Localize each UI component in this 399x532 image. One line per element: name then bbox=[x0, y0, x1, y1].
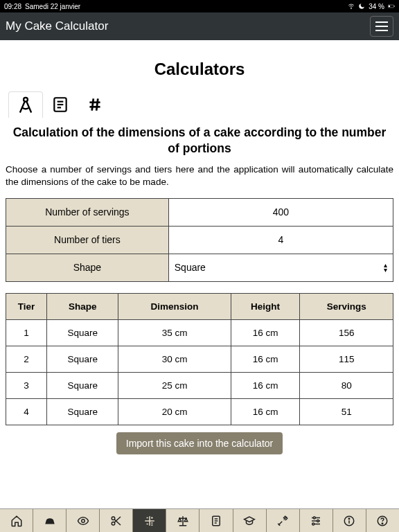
col-tier: Tier bbox=[6, 293, 47, 319]
status-date: Samedi 22 janvier bbox=[25, 3, 80, 10]
eye-icon bbox=[77, 515, 89, 527]
nav-scale[interactable] bbox=[166, 509, 200, 532]
tools-icon bbox=[276, 515, 289, 527]
col-shape: Shape bbox=[47, 293, 118, 319]
shape-select[interactable]: Square ▴▾ bbox=[168, 254, 393, 281]
params-table: Number of servings 400 Number of tiers 4… bbox=[6, 198, 393, 282]
svg-point-41 bbox=[312, 523, 314, 525]
page-title: Calculators bbox=[6, 60, 393, 79]
col-dimension: Dimension bbox=[118, 293, 231, 319]
svg-point-0 bbox=[351, 8, 352, 9]
app-title: My Cake Calculator bbox=[6, 19, 108, 33]
cake-icon bbox=[44, 515, 56, 527]
nav-help[interactable] bbox=[366, 509, 399, 532]
menu-button[interactable] bbox=[370, 16, 393, 37]
table-row: 2 Square 30 cm 16 cm 115 bbox=[6, 346, 393, 372]
svg-rect-2 bbox=[389, 6, 390, 7]
svg-rect-6 bbox=[375, 30, 388, 31]
nav-info[interactable] bbox=[333, 509, 366, 532]
nav-recipes[interactable] bbox=[200, 509, 233, 532]
status-bar: 09:28 Samedi 22 janvier 34 % bbox=[0, 0, 399, 12]
nav-calculator[interactable] bbox=[133, 509, 166, 532]
app-header: My Cake Calculator bbox=[0, 12, 399, 40]
battery-percent: 34 % bbox=[369, 3, 384, 10]
svg-line-15 bbox=[96, 98, 98, 110]
book-icon bbox=[51, 96, 69, 114]
table-row: 3 Square 25 cm 16 cm 80 bbox=[6, 372, 393, 398]
svg-point-44 bbox=[349, 517, 351, 519]
col-servings: Servings bbox=[300, 293, 393, 319]
scale-icon bbox=[177, 515, 189, 527]
nav-preview[interactable] bbox=[66, 509, 100, 532]
svg-point-39 bbox=[313, 517, 315, 519]
nav-settings[interactable] bbox=[300, 509, 333, 532]
graduation-icon bbox=[243, 515, 256, 527]
moon-icon bbox=[358, 3, 365, 10]
results-table: Tier Shape Dimension Height Servings 1 S… bbox=[6, 293, 393, 425]
tab-recipe[interactable] bbox=[43, 91, 78, 118]
tiers-label: Number of tiers bbox=[6, 226, 169, 254]
servings-label: Number of servings bbox=[6, 198, 169, 226]
bottom-nav bbox=[0, 508, 399, 532]
battery-icon bbox=[388, 3, 395, 10]
scissors-icon bbox=[110, 515, 123, 527]
notebook-icon bbox=[210, 515, 222, 527]
hash-icon bbox=[86, 96, 104, 114]
nav-tools[interactable] bbox=[267, 509, 300, 532]
calculator-tabs bbox=[6, 91, 393, 118]
svg-rect-5 bbox=[375, 26, 388, 27]
tab-dimensions[interactable] bbox=[8, 91, 43, 118]
section-description: Choose a number of servings and tiers he… bbox=[6, 163, 393, 188]
servings-input[interactable]: 400 bbox=[168, 198, 393, 226]
shape-label: Shape bbox=[6, 254, 169, 281]
tab-number[interactable] bbox=[78, 91, 112, 118]
wifi-icon bbox=[348, 3, 355, 10]
table-row: 4 Square 20 cm 16 cm 51 bbox=[6, 398, 393, 425]
main-content: Calculators Calculation of the dimension… bbox=[0, 40, 399, 508]
hamburger-icon bbox=[375, 21, 388, 31]
tiers-input[interactable]: 4 bbox=[168, 226, 393, 254]
nav-learn[interactable] bbox=[233, 509, 267, 532]
svg-point-46 bbox=[382, 523, 384, 524]
section-title: Calculation of the dimensions of a cake … bbox=[6, 125, 393, 157]
nav-cake[interactable] bbox=[33, 509, 66, 532]
calculator-icon bbox=[143, 515, 156, 527]
nav-cut[interactable] bbox=[100, 509, 133, 532]
svg-line-14 bbox=[92, 98, 94, 110]
home-icon bbox=[10, 515, 23, 527]
svg-rect-3 bbox=[394, 6, 395, 7]
table-row: 1 Square 35 cm 16 cm 156 bbox=[6, 319, 393, 346]
compass-icon bbox=[16, 96, 35, 115]
svg-point-40 bbox=[317, 520, 319, 522]
import-button[interactable]: Import this cake into the calculator bbox=[116, 432, 283, 454]
help-icon bbox=[376, 515, 389, 527]
sliders-icon bbox=[310, 515, 322, 527]
info-icon bbox=[343, 515, 355, 527]
svg-rect-4 bbox=[375, 21, 388, 23]
svg-point-16 bbox=[81, 519, 85, 522]
nav-home[interactable] bbox=[0, 509, 33, 532]
status-time: 09:28 bbox=[4, 3, 21, 10]
shape-select-value: Square bbox=[175, 262, 206, 273]
col-height: Height bbox=[231, 293, 300, 319]
chevron-updown-icon: ▴▾ bbox=[384, 263, 387, 272]
